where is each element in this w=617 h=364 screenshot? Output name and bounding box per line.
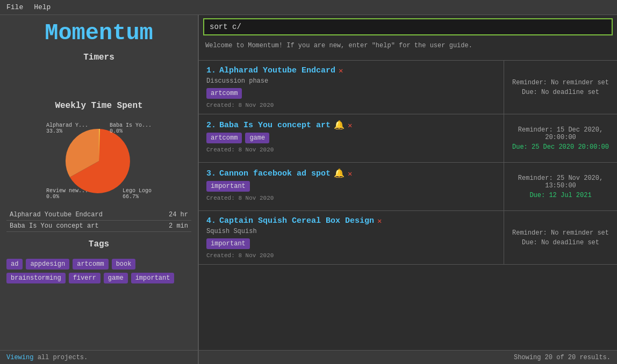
project-phase: Squish Squish (206, 228, 496, 235)
timers-section (0, 65, 198, 98)
project-reminder: Reminder: 25 Nov 2020, 13:50:00 (512, 174, 609, 190)
label-baba: Baba Is Yo... 0.0% (110, 122, 152, 134)
tag-item[interactable]: book (112, 259, 136, 270)
project-reminder: Reminder: No reminder set (512, 79, 609, 86)
tags-header: Tags (0, 236, 198, 252)
tag-item[interactable]: brainstorming (6, 273, 66, 283)
project-title: 3. Cannon facebook ad spot 🔔 ✕ (206, 168, 496, 179)
project-tag[interactable]: artcomm (206, 133, 242, 143)
app-title: Momentum (0, 15, 198, 49)
project-item: 4. Captain Squish Cereal Box Design ✕ Sq… (199, 210, 617, 265)
tag-item[interactable]: ad (6, 259, 23, 270)
project-created: Created: 8 Nov 2020 (206, 252, 496, 259)
label-alpharad: Alpharad Y... 33.3% (46, 122, 88, 134)
project-tag[interactable]: artcomm (206, 88, 242, 99)
bell-icon: 🔔 (334, 120, 345, 130)
status-bar-right: Showing 20 of 20 results. (199, 350, 617, 364)
project-number: 1. (206, 66, 216, 75)
menu-file[interactable]: File (6, 3, 23, 11)
chart-area: Alpharad Y... 33.3% Baba Is Yo... 0.0% R… (6, 116, 191, 206)
timers-header: Timers (0, 49, 198, 65)
project-tag[interactable]: important (206, 238, 250, 249)
project-reminder: Reminder: No reminder set (512, 229, 609, 237)
project-phase: Discussion phase (206, 77, 496, 85)
project-main: 1. Alpharad Youtube Endcard ✕ Discussion… (199, 61, 504, 114)
project-created: Created: 8 Nov 2020 (206, 102, 496, 108)
status-bar-left: Viewing all projects. (0, 350, 198, 364)
project-due: Due: No deadline set (522, 239, 599, 246)
project-name[interactable]: Cannon facebook ad spot (219, 169, 331, 178)
time-entry-value: 2 min (153, 221, 191, 232)
tags-container: adappdesignartcommbookbrainstormingfiver… (6, 259, 191, 283)
project-due: Due: 25 Dec 2020 20:00:00 (512, 143, 609, 151)
project-tags: artcomm (206, 88, 496, 99)
menu-help[interactable]: Help (34, 3, 51, 11)
projects-list: 1. Alpharad Youtube Endcard ✕ Discussion… (199, 60, 617, 350)
delete-button[interactable]: ✕ (348, 121, 352, 130)
delete-button[interactable]: ✕ (339, 66, 343, 75)
tag-item[interactable]: important (131, 273, 175, 283)
project-name[interactable]: Alpharad Youtube Endcard (219, 66, 335, 75)
pie-chart: Alpharad Y... 33.3% Baba Is Yo... 0.0% R… (45, 118, 153, 204)
welcome-message: Welcome to Momentum! If you are new, ent… (199, 39, 617, 60)
time-table: Alpharad Youtube Endcard24 hrBaba Is You… (6, 209, 191, 232)
project-tags: important (206, 238, 496, 249)
delete-button[interactable]: ✕ (377, 216, 382, 225)
project-tags: important (206, 181, 496, 192)
bell-icon: 🔔 (334, 168, 345, 179)
main-layout: Momentum Timers Weekly Time Spent (0, 15, 617, 364)
project-title: 4. Captain Squish Cereal Box Design ✕ (206, 216, 496, 225)
project-tag[interactable]: game (245, 133, 269, 143)
search-input[interactable] (203, 18, 613, 35)
tag-item[interactable]: game (104, 273, 128, 283)
project-meta: Reminder: 15 Dec 2020, 20:00:00 Due: 25 … (504, 114, 617, 162)
project-created: Created: 8 Nov 2020 (206, 195, 496, 201)
menubar: File Help (0, 0, 617, 15)
project-meta: Reminder: No reminder set Due: No deadli… (504, 211, 617, 264)
project-item: 2. Baba Is You concept art 🔔 ✕ artcommga… (199, 114, 617, 162)
tag-item[interactable]: artcomm (73, 259, 108, 270)
project-created: Created: 8 Nov 2020 (206, 147, 496, 153)
project-tag[interactable]: important (206, 181, 250, 192)
time-table-row: Alpharad Youtube Endcard24 hr (6, 209, 191, 221)
weekly-section: Alpharad Y... 33.3% Baba Is Yo... 0.0% R… (0, 114, 198, 236)
project-main: 4. Captain Squish Cereal Box Design ✕ Sq… (199, 211, 504, 264)
right-panel: Welcome to Momentum! If you are new, ent… (199, 15, 617, 364)
label-lego: Lego Logo 66.7% (123, 188, 152, 200)
project-title: 2. Baba Is You concept art 🔔 ✕ (206, 120, 496, 130)
search-bar (199, 15, 617, 39)
time-entry-name: Alpharad Youtube Endcard (6, 209, 153, 221)
label-review: Review new... 0.0% (46, 188, 88, 200)
project-item: 1. Alpharad Youtube Endcard ✕ Discussion… (199, 60, 617, 114)
status-viewing-text: Viewing all projects. (6, 354, 88, 361)
project-number: 4. (206, 216, 216, 225)
time-entry-name: Baba Is You concept art (6, 221, 153, 232)
project-reminder: Reminder: 15 Dec 2020, 20:00:00 (512, 126, 609, 141)
project-meta: Reminder: No reminder set Due: No deadli… (504, 61, 617, 114)
project-due: Due: No deadline set (522, 89, 599, 96)
project-name[interactable]: Captain Squish Cereal Box Design (219, 216, 374, 225)
project-due: Due: 12 Jul 2021 (529, 192, 591, 199)
status-rest: all projects. (38, 354, 88, 361)
delete-button[interactable]: ✕ (348, 169, 352, 178)
tag-item[interactable]: appdesign (26, 259, 69, 270)
project-name[interactable]: Baba Is You concept art (219, 121, 331, 130)
project-main: 2. Baba Is You concept art 🔔 ✕ artcommga… (199, 114, 504, 162)
tag-item[interactable]: fiverr (69, 273, 101, 283)
viewing-label: Viewing (6, 354, 33, 361)
project-number: 3. (206, 169, 216, 178)
time-entry-value: 24 hr (153, 209, 191, 221)
project-title: 1. Alpharad Youtube Endcard ✕ (206, 66, 496, 75)
project-meta: Reminder: 25 Nov 2020, 13:50:00 Due: 12 … (504, 163, 617, 210)
pie-labels: Alpharad Y... 33.3% Baba Is Yo... 0.0% R… (45, 118, 153, 204)
weekly-header: Weekly Time Spent (0, 98, 198, 114)
time-table-row: Baba Is You concept art2 min (6, 221, 191, 232)
tags-section: adappdesignartcommbookbrainstormingfiver… (0, 252, 198, 350)
project-main: 3. Cannon facebook ad spot 🔔 ✕ important… (199, 163, 504, 210)
left-panel: Momentum Timers Weekly Time Spent (0, 15, 199, 364)
project-item: 3. Cannon facebook ad spot 🔔 ✕ important… (199, 162, 617, 210)
project-tags: artcommgame (206, 133, 496, 143)
project-number: 2. (206, 121, 216, 130)
results-count: Showing 20 of 20 results. (514, 354, 611, 361)
